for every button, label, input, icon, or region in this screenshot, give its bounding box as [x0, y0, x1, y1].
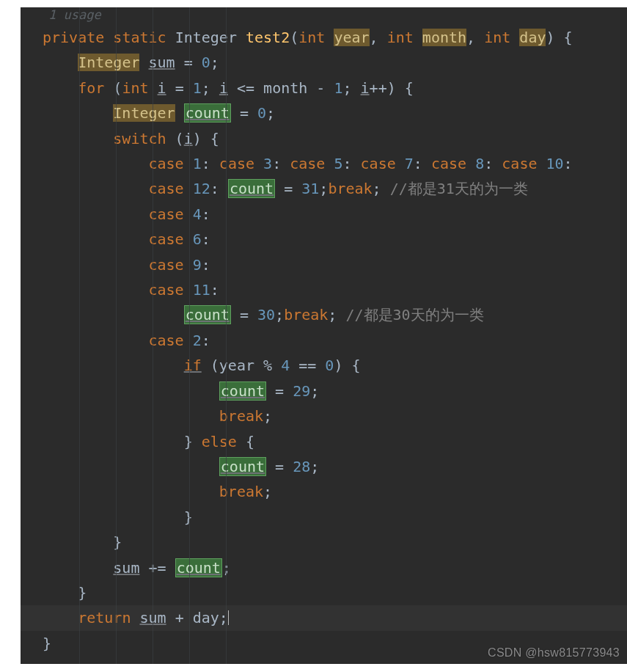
text-caret	[228, 609, 229, 627]
code-line: count = 28;	[21, 454, 627, 479]
code-line: private static Integer test2(int year, i…	[21, 25, 627, 50]
code-line: for (int i = 1; i <= month - 1; i++) {	[21, 76, 627, 101]
code-line: case 1: case 3: case 5: case 7: case 8: …	[21, 151, 627, 176]
usage-hint: 1 usage	[21, 7, 627, 22]
code-line: }	[21, 505, 627, 530]
code-line: count = 29;	[21, 379, 627, 403]
code-line: break;	[21, 403, 627, 428]
code-line: count = 30;break; //都是30天的为一类	[21, 302, 627, 327]
code-line: case 4:	[21, 202, 627, 227]
code-line: }	[21, 631, 627, 656]
code-line: case 9:	[21, 252, 627, 277]
code-line: switch (i) {	[21, 126, 627, 151]
code-line: Integer sum = 0;	[21, 50, 627, 75]
code-line: return sum + day;	[21, 605, 627, 630]
code-line: Integer count = 0;	[21, 101, 627, 125]
code-line: case 11:	[21, 277, 627, 302]
code-line: break;	[21, 479, 627, 504]
code-line: case 2:	[21, 328, 627, 353]
code-line: if (year % 4 == 0) {	[21, 353, 627, 378]
code-editor: 1 usage private static Integer test2(int…	[21, 7, 627, 664]
code-line: case 6:	[21, 227, 627, 252]
code-line: sum += count;	[21, 555, 627, 580]
code-line: } else {	[21, 429, 627, 454]
code-line: }	[21, 530, 627, 555]
code-line: case 12: count = 31;break; //都是31天的为一类	[21, 176, 627, 201]
code-line: }	[21, 580, 627, 605]
